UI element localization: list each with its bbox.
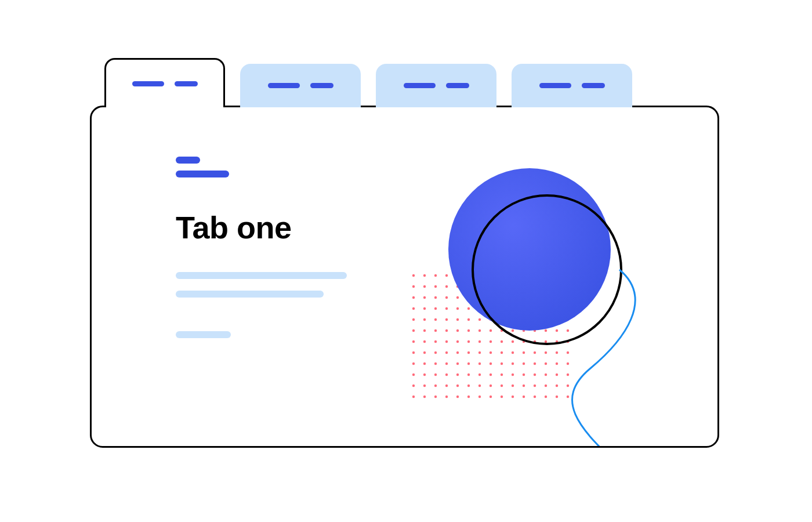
svg-point-166 (423, 396, 426, 398)
svg-point-76 (423, 329, 426, 332)
svg-point-87 (545, 329, 547, 332)
svg-point-88 (556, 329, 558, 332)
svg-point-175 (523, 396, 525, 398)
svg-point-62 (434, 318, 437, 321)
svg-point-12 (545, 274, 547, 277)
svg-point-53 (501, 307, 503, 310)
svg-point-65 (467, 318, 470, 321)
svg-point-92 (434, 340, 437, 343)
svg-point-110 (467, 351, 470, 354)
svg-point-94 (456, 340, 459, 343)
svg-point-33 (445, 296, 448, 299)
svg-point-21 (478, 285, 481, 288)
svg-point-101 (534, 340, 536, 343)
svg-point-115 (523, 351, 525, 354)
svg-point-133 (556, 362, 558, 365)
svg-point-83 (501, 329, 503, 332)
svg-point-165 (412, 396, 415, 398)
svg-point-85 (523, 329, 525, 332)
svg-point-34 (456, 296, 459, 299)
svg-point-125 (467, 362, 470, 365)
tab-indicator-icon (539, 83, 571, 88)
svg-point-25 (523, 285, 525, 288)
svg-point-79 (456, 329, 459, 332)
svg-point-58 (556, 307, 558, 310)
svg-point-50 (467, 307, 470, 310)
svg-point-120 (412, 362, 415, 365)
svg-point-179 (567, 396, 569, 398)
tab-panel: Tab one (90, 106, 719, 448)
svg-point-70 (523, 318, 525, 321)
svg-point-171 (478, 396, 481, 398)
svg-point-64 (456, 318, 459, 321)
svg-point-56 (534, 307, 536, 310)
svg-point-93 (445, 340, 448, 343)
svg-point-13 (556, 274, 558, 277)
svg-point-116 (534, 351, 536, 354)
svg-point-128 (501, 362, 503, 365)
svg-point-67 (490, 318, 492, 321)
svg-point-97 (490, 340, 492, 343)
svg-point-119 (567, 351, 569, 354)
svg-point-154 (456, 385, 459, 387)
svg-point-84 (512, 329, 514, 332)
svg-point-28 (556, 285, 558, 288)
tab-four[interactable] (512, 64, 632, 107)
svg-point-63 (445, 318, 448, 321)
svg-point-146 (534, 374, 536, 376)
svg-point-172 (490, 396, 492, 398)
svg-point-138 (445, 374, 448, 376)
svg-point-168 (445, 396, 448, 398)
svg-point-118 (556, 351, 558, 354)
svg-point-57 (545, 307, 547, 310)
svg-point-4 (456, 274, 459, 277)
svg-point-96 (478, 340, 481, 343)
svg-point-41 (534, 296, 536, 299)
tab-one[interactable] (104, 58, 225, 107)
svg-point-29 (567, 285, 569, 288)
svg-point-14 (567, 274, 569, 277)
placeholder-bar-icon (176, 171, 229, 177)
svg-point-170 (467, 396, 470, 398)
svg-point-86 (534, 329, 536, 332)
svg-point-22 (490, 285, 492, 288)
svg-point-73 (556, 318, 558, 321)
svg-point-156 (478, 385, 481, 387)
svg-point-7 (490, 274, 492, 277)
svg-point-99 (512, 340, 514, 343)
tab-indicator-icon (446, 83, 469, 88)
svg-point-1 (423, 274, 426, 277)
svg-point-47 (434, 307, 437, 310)
svg-point-139 (456, 374, 459, 376)
svg-point-149 (567, 374, 569, 376)
svg-point-108 (445, 351, 448, 354)
svg-point-180 (448, 168, 611, 331)
svg-point-112 (490, 351, 492, 354)
svg-point-131 (534, 362, 536, 365)
svg-point-11 (534, 274, 536, 277)
svg-point-27 (545, 285, 547, 288)
svg-point-2 (434, 274, 437, 277)
svg-point-107 (434, 351, 437, 354)
svg-point-89 (567, 329, 569, 332)
placeholder-line-icon (176, 291, 324, 298)
svg-point-31 (423, 296, 426, 299)
svg-point-37 (490, 296, 492, 299)
svg-point-26 (534, 285, 536, 288)
svg-point-160 (523, 385, 525, 387)
svg-point-52 (490, 307, 492, 310)
svg-point-17 (434, 285, 437, 288)
svg-point-126 (478, 362, 481, 365)
tab-three[interactable] (376, 64, 496, 107)
svg-point-3 (445, 274, 448, 277)
svg-point-152 (434, 385, 437, 387)
svg-point-162 (545, 385, 547, 387)
svg-point-80 (467, 329, 470, 332)
svg-point-46 (423, 307, 426, 310)
svg-point-158 (501, 385, 503, 387)
tab-two[interactable] (240, 64, 361, 107)
svg-point-173 (501, 396, 503, 398)
svg-point-176 (534, 396, 536, 398)
tab-strip (104, 58, 632, 107)
tab-indicator-icon (582, 83, 605, 88)
